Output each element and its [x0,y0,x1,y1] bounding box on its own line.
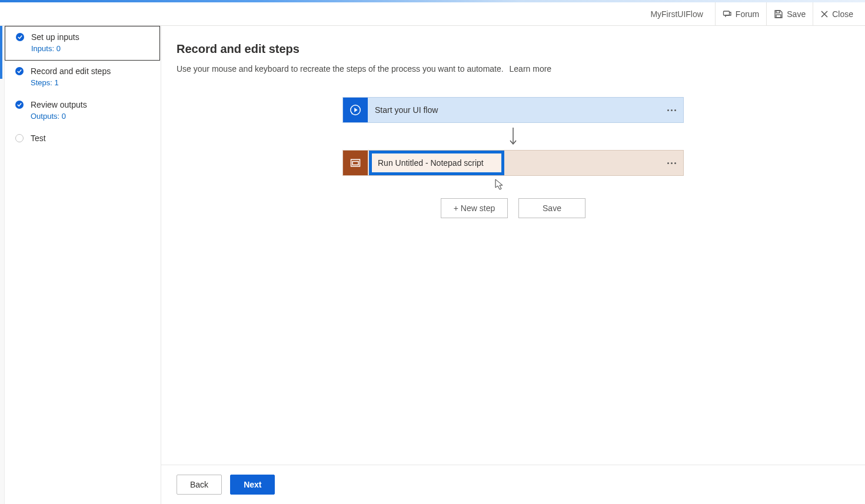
arrow-down-icon [508,126,518,146]
cursor-icon [495,179,504,191]
start-flow-card[interactable]: Start your UI flow [342,97,684,123]
back-button[interactable]: Back [177,475,222,495]
app-window-icon [343,151,368,175]
new-step-button[interactable]: + New step [441,198,508,218]
page-description: Use your mouse and keyboard to recreate … [177,64,850,74]
sidebar-step-title: Test [31,133,46,143]
sidebar-step-sub: Inputs: 0 [31,44,154,53]
sidebar-step-outputs[interactable]: Review outputs Outputs: 0 [5,94,161,128]
svg-rect-0 [723,11,729,15]
sidebar-step-test[interactable]: Test [5,128,161,150]
card-menu-button[interactable] [660,151,683,175]
script-card-label: Run Untitled - Notepad script [378,158,484,168]
script-card[interactable]: Run Untitled - Notepad script [342,150,684,176]
flow-name-label: MyFirstUIFlow [644,9,708,19]
wizard-sidebar: Set up inputs Inputs: 0 Record and edit … [5,26,161,504]
learn-more-link[interactable]: Learn more [510,64,552,74]
start-flow-label: Start your UI flow [368,105,660,115]
left-gutter [0,26,5,504]
forum-icon [723,9,732,19]
close-button[interactable]: Close [813,2,860,26]
canvas-save-button[interactable]: Save [518,198,585,218]
header-bar: MyFirstUIFlow Forum Save Close [0,2,865,26]
sidebar-step-title: Set up inputs [31,32,79,42]
save-button[interactable]: Save [766,2,813,26]
sidebar-step-record[interactable]: Record and edit steps Steps: 1 [5,61,161,94]
check-icon [16,33,24,41]
sidebar-step-title: Record and edit steps [31,66,111,76]
check-icon [15,67,24,75]
page-desc-text: Use your mouse and keyboard to recreate … [177,64,504,74]
forum-label: Forum [736,9,759,19]
card-menu-button[interactable] [660,98,683,122]
sidebar-step-title: Review outputs [31,100,87,109]
footer-bar: Back Next [161,465,865,504]
play-icon [343,98,368,122]
page-title: Record and edit steps [177,42,850,56]
check-icon [15,101,24,109]
svg-rect-6 [352,162,358,165]
forum-button[interactable]: Forum [715,2,766,26]
main-panel: Record and edit steps Use your mouse and… [161,26,865,504]
circle-icon [15,134,24,142]
close-label: Close [832,9,853,19]
close-icon [820,10,829,18]
svg-rect-2 [776,15,781,18]
save-label: Save [787,9,806,19]
next-button[interactable]: Next [230,475,275,495]
flow-canvas: Start your UI flow [177,97,850,218]
sidebar-step-sub: Outputs: 0 [31,112,155,121]
svg-rect-1 [776,11,780,13]
canvas-actions: + New step Save [441,198,585,218]
sidebar-step-sub: Steps: 1 [31,78,155,87]
sidebar-step-inputs[interactable]: Set up inputs Inputs: 0 [5,26,160,61]
highlight-box: Run Untitled - Notepad script [369,151,504,175]
save-icon [774,9,783,19]
